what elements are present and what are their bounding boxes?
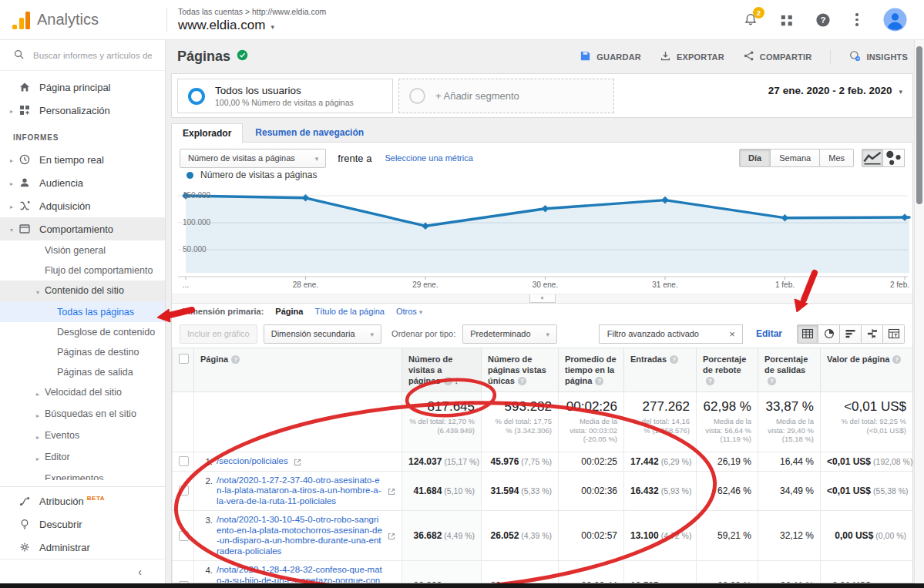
dimension-titulo-pagina[interactable]: Título de la página bbox=[314, 307, 385, 316]
column-header-porcentaje-de-salidas[interactable]: Porcentaje de salidas bbox=[758, 348, 821, 392]
motion-chart-toggle-icon[interactable] bbox=[883, 149, 905, 167]
account-switcher[interactable]: Todas las cuentas > http://www.eldia.com… bbox=[178, 7, 326, 33]
chevron-down-icon[interactable]: ▾ bbox=[10, 222, 18, 236]
sidebar-item-paginas-de-destino[interactable]: Páginas de destino bbox=[0, 342, 165, 362]
help-icon[interactable] bbox=[768, 377, 776, 385]
vertical-scrollbar[interactable] bbox=[914, 40, 924, 583]
open-page-external-icon[interactable] bbox=[388, 532, 395, 539]
column-header-pagina[interactable]: Página bbox=[194, 348, 402, 392]
notifications-bell-icon[interactable]: 2 bbox=[743, 12, 758, 28]
help-icon[interactable] bbox=[595, 377, 603, 385]
secondary-dimension-dropdown[interactable]: Dimensión secundaria bbox=[264, 324, 381, 344]
percentage-view-icon[interactable] bbox=[818, 324, 840, 344]
sort-desc-icon[interactable] bbox=[452, 376, 459, 385]
save-button[interactable]: GUARDAR bbox=[580, 50, 641, 63]
sidebar-item-paginas-de-salida[interactable]: Páginas de salida bbox=[0, 362, 165, 382]
help-icon[interactable] bbox=[892, 355, 901, 364]
clear-filter-icon[interactable] bbox=[722, 325, 742, 343]
search-input[interactable]: Buscar informes y artículos de bbox=[0, 40, 165, 71]
analytics-logo[interactable]: Analytics bbox=[0, 11, 163, 29]
granularity-day-button[interactable]: Día bbox=[739, 149, 771, 167]
row-checkbox[interactable] bbox=[179, 531, 189, 541]
chevron-right-icon[interactable]: ▸ bbox=[36, 386, 45, 400]
segment-all-users[interactable]: Todos los usuarios 100,00 % Número de vi… bbox=[177, 79, 393, 113]
granularity-week-button[interactable]: Semana bbox=[771, 149, 820, 167]
column-header-valor-de-pagina[interactable]: Valor de página bbox=[821, 348, 913, 392]
open-page-external-icon[interactable] bbox=[388, 487, 395, 495]
comparison-view-icon[interactable] bbox=[862, 324, 883, 344]
sidebar-item-atribucion[interactable]: AtribuciónBETA bbox=[0, 489, 165, 512]
metric-selector-dropdown[interactable]: Número de visitas a páginas bbox=[180, 149, 326, 168]
sidebar-item-desglose-de-contenido[interactable]: Desglose de contenido bbox=[0, 322, 165, 342]
column-header-numero-de-visitas-a-paginas[interactable]: Número de visitas a páginas bbox=[402, 348, 482, 392]
column-header-promedio-de-tiempo-en-la-pagina[interactable]: Promedio de tiempo en la página bbox=[559, 348, 624, 392]
chevron-right-icon[interactable]: ▸ bbox=[36, 408, 45, 422]
sidebar-item-experimentos[interactable]: Experimentos bbox=[0, 469, 165, 480]
pageviews-timeseries-chart[interactable]: 50.000100.000150.000...28 ene.29 ene.30 … bbox=[172, 180, 912, 295]
sidebar-item-pagina-principal[interactable]: Página principal bbox=[0, 76, 165, 99]
user-avatar[interactable] bbox=[883, 8, 907, 32]
sidebar-item-flujo-del-comportamiento[interactable]: Flujo del comportamiento bbox=[0, 260, 165, 281]
sidebar-item-contenido-del-sitio[interactable]: ▾Contenido del sitio bbox=[0, 281, 165, 302]
line-chart-toggle-icon[interactable] bbox=[862, 149, 883, 167]
page-url-link[interactable]: /nota/2020-1-27-2-37-40-otro-asesinato-e… bbox=[217, 475, 382, 507]
page-url-link[interactable]: /nota/2020-1-28-4-28-32-confeso-que-mato… bbox=[217, 565, 382, 583]
column-header-porcentaje-de-rebote[interactable]: Porcentaje de rebote bbox=[697, 348, 758, 392]
plot-rows-button[interactable]: Incluir en gráfico bbox=[180, 324, 257, 344]
add-segment-button[interactable]: + Añadir segmento bbox=[398, 79, 614, 113]
share-button[interactable]: COMPARTIR bbox=[743, 50, 812, 63]
sidebar-item-busquedas-en-el-sitio[interactable]: ▸Búsquedas en el sitio bbox=[0, 404, 165, 425]
sidebar-item-descubrir[interactable]: Descubrir bbox=[0, 512, 165, 536]
insights-button[interactable]: INSIGHTS bbox=[849, 50, 908, 63]
help-icon[interactable] bbox=[444, 377, 452, 385]
chevron-down-icon[interactable]: ▾ bbox=[36, 284, 45, 298]
edit-filter-link[interactable]: Editar bbox=[756, 328, 782, 339]
dimension-pagina[interactable]: Página bbox=[275, 307, 303, 316]
row-checkbox[interactable] bbox=[179, 456, 189, 466]
sidebar-item-vision-general[interactable]: Visión general bbox=[0, 240, 165, 260]
chevron-right-icon[interactable]: ▸ bbox=[10, 199, 18, 213]
help-icon[interactable]: ? bbox=[815, 12, 831, 28]
sidebar-item-en-tiempo-real[interactable]: ▸En tiempo real bbox=[0, 148, 165, 171]
sort-type-dropdown[interactable]: Predeterminado bbox=[462, 324, 557, 344]
overflow-menu-icon[interactable] bbox=[852, 13, 862, 26]
date-range-picker[interactable]: 27 ene. 2020 - 2 feb. 2020 bbox=[768, 85, 902, 96]
column-header-numero-de-paginas-vistas-unicas[interactable]: Número de páginas vistas únicas bbox=[482, 348, 559, 392]
sidebar-item-administrar[interactable]: Administrar bbox=[0, 536, 165, 559]
sidebar-collapse-button[interactable]: ‹ bbox=[0, 559, 165, 583]
sidebar-item-editor[interactable]: ▸Editor bbox=[0, 447, 165, 469]
pivot-view-icon[interactable] bbox=[883, 324, 905, 344]
help-icon[interactable] bbox=[518, 377, 526, 385]
sidebar-item-adquisicion[interactable]: ▸Adquisición bbox=[0, 194, 165, 217]
granularity-month-button[interactable]: Mes bbox=[820, 149, 854, 167]
scrollbar-thumb[interactable] bbox=[916, 46, 922, 204]
apps-grid-icon[interactable] bbox=[779, 12, 795, 28]
tab-resumen-navegacion[interactable]: Resumen de navegación bbox=[243, 123, 376, 143]
sidebar-item-audiencia[interactable]: ▸Audiencia bbox=[0, 171, 165, 194]
export-button[interactable]: EXPORTAR bbox=[660, 50, 724, 63]
select-metric-link[interactable]: Seleccione una métrica bbox=[385, 153, 472, 163]
open-page-external-icon[interactable] bbox=[294, 458, 301, 465]
row-checkbox[interactable] bbox=[179, 486, 189, 496]
sidebar-item-comportamiento[interactable]: ▾Comportamiento bbox=[0, 217, 165, 240]
sidebar-item-eventos[interactable]: ▸Eventos bbox=[0, 425, 165, 447]
page-url-link[interactable]: /seccion/policiales bbox=[217, 456, 288, 467]
chevron-right-icon[interactable]: ▸ bbox=[10, 176, 18, 190]
help-icon[interactable] bbox=[670, 355, 678, 364]
chart-expand-tab[interactable] bbox=[529, 294, 556, 303]
help-icon[interactable] bbox=[231, 355, 240, 364]
tab-explorador[interactable]: Explorador bbox=[171, 123, 243, 143]
sidebar-item-personalizacion[interactable]: ▸Personalización bbox=[0, 99, 165, 122]
chevron-right-icon[interactable]: ▸ bbox=[10, 103, 18, 117]
performance-view-icon[interactable] bbox=[840, 324, 862, 344]
select-all-checkbox[interactable] bbox=[179, 354, 189, 364]
chevron-right-icon[interactable]: ▸ bbox=[36, 429, 45, 443]
page-url-link[interactable]: /nota/2020-1-30-10-45-0-otro-robo-sangri… bbox=[217, 515, 382, 556]
help-icon[interactable] bbox=[706, 377, 714, 385]
chevron-right-icon[interactable]: ▸ bbox=[10, 153, 18, 166]
dimension-otros[interactable]: Otros bbox=[396, 307, 422, 316]
column-header-entradas[interactable]: Entradas bbox=[624, 348, 697, 392]
table-view-icon[interactable] bbox=[797, 324, 818, 344]
chevron-right-icon[interactable]: ▸ bbox=[36, 451, 45, 465]
sidebar-item-velocidad-del-sitio[interactable]: ▸Velocidad del sitio bbox=[0, 382, 165, 404]
